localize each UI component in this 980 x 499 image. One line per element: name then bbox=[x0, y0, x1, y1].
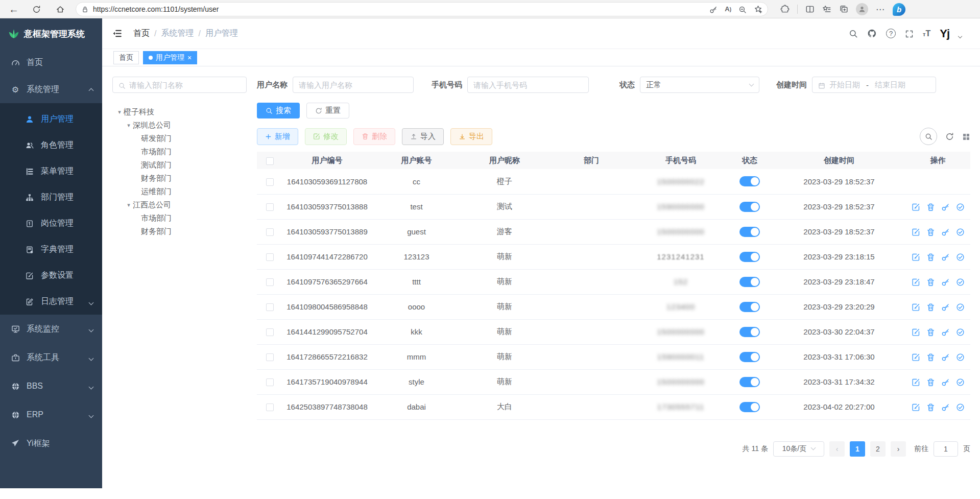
add-button[interactable]: 新增 bbox=[257, 128, 298, 145]
table-row[interactable]: 1641030593775013889 guest 游客 1500000000 … bbox=[257, 219, 970, 244]
sidebar-item-param-settings[interactable]: 参数设置 bbox=[0, 263, 102, 289]
status-toggle[interactable] bbox=[739, 327, 760, 337]
sidebar-item-yi-framework[interactable]: Yi框架 bbox=[0, 429, 102, 458]
home-icon[interactable] bbox=[53, 2, 68, 17]
edit-button[interactable]: 修改 bbox=[305, 128, 347, 145]
page-button-2[interactable]: 2 bbox=[870, 441, 886, 457]
row-checkbox[interactable] bbox=[266, 178, 274, 186]
status-toggle[interactable] bbox=[739, 352, 760, 362]
row-assign-role-icon[interactable] bbox=[956, 303, 965, 312]
help-icon[interactable]: ? bbox=[886, 29, 896, 38]
row-checkbox[interactable] bbox=[266, 403, 274, 411]
row-reset-password-icon[interactable] bbox=[941, 378, 950, 387]
fullscreen-icon[interactable] bbox=[905, 29, 914, 38]
tree-node-dept[interactable]: 研发部门 bbox=[112, 132, 247, 145]
export-button[interactable]: 导出 bbox=[450, 128, 492, 145]
sidebar-item-role-mgmt[interactable]: 角色管理 bbox=[0, 132, 102, 158]
breadcrumb-item[interactable]: 首页 bbox=[133, 28, 150, 39]
row-assign-role-icon[interactable] bbox=[956, 403, 965, 412]
tree-node-dept[interactable]: 财务部门 bbox=[112, 172, 247, 185]
table-row[interactable]: 1642503897748738048 dabai 大白 1730555711 … bbox=[257, 394, 970, 419]
table-row[interactable]: 1641097441472286720 123123 萌新 1231241231… bbox=[257, 244, 970, 269]
status-toggle[interactable] bbox=[739, 377, 760, 387]
tree-node-dept[interactable]: 运维部门 bbox=[112, 185, 247, 198]
row-reset-password-icon[interactable] bbox=[941, 303, 950, 312]
row-reset-password-icon[interactable] bbox=[941, 403, 950, 412]
row-assign-role-icon[interactable] bbox=[956, 378, 965, 387]
tree-node-dept[interactable]: 财务部门 bbox=[112, 225, 247, 238]
sidebar-item-dict-mgmt[interactable]: 字典管理 bbox=[0, 236, 102, 263]
text-size-icon[interactable]: тT bbox=[923, 29, 930, 38]
date-range-picker[interactable]: 开始日期 - 结束日期 bbox=[812, 77, 936, 93]
toggle-search-button[interactable] bbox=[920, 128, 937, 145]
dept-search-input[interactable] bbox=[129, 81, 241, 89]
sidebar-item-system-mgmt[interactable]: ⚙ 系统管理 bbox=[0, 76, 102, 103]
row-delete-icon[interactable] bbox=[926, 253, 935, 262]
row-edit-icon[interactable] bbox=[912, 203, 920, 211]
table-row[interactable]: 1641030593691127808 cc 橙子 1500000022 202… bbox=[257, 169, 970, 194]
extensions-icon[interactable] bbox=[780, 5, 790, 14]
github-icon[interactable] bbox=[867, 29, 877, 38]
row-edit-icon[interactable] bbox=[912, 303, 920, 312]
refresh-table-icon[interactable] bbox=[945, 132, 954, 141]
status-toggle[interactable] bbox=[739, 277, 760, 287]
row-reset-password-icon[interactable] bbox=[941, 353, 950, 362]
row-reset-password-icon[interactable] bbox=[941, 278, 950, 287]
bing-icon[interactable]: b bbox=[893, 3, 905, 16]
row-reset-password-icon[interactable] bbox=[941, 203, 950, 211]
row-checkbox[interactable] bbox=[266, 378, 274, 386]
row-edit-icon[interactable] bbox=[912, 353, 920, 362]
row-checkbox[interactable] bbox=[266, 353, 274, 361]
sidebar-item-system-monitor[interactable]: 系统监控 bbox=[0, 315, 102, 343]
row-assign-role-icon[interactable] bbox=[956, 228, 965, 236]
row-reset-password-icon[interactable] bbox=[941, 228, 950, 236]
next-page-button[interactable]: › bbox=[891, 441, 906, 457]
user-avatar[interactable]: Yj bbox=[940, 27, 949, 40]
tree-node-dept[interactable]: 市场部门 bbox=[112, 211, 247, 225]
row-delete-icon[interactable] bbox=[926, 403, 935, 412]
row-checkbox[interactable] bbox=[266, 228, 274, 236]
delete-button[interactable]: 删除 bbox=[353, 128, 395, 145]
sidebar-item-system-tools[interactable]: 系统工具 bbox=[0, 343, 102, 372]
row-checkbox[interactable] bbox=[266, 328, 274, 336]
tag-home[interactable]: 首页 bbox=[113, 51, 139, 64]
sidebar-item-dept-mgmt[interactable]: 部门管理 bbox=[0, 184, 102, 210]
tree-node-branch[interactable]: ▾深圳总公司 bbox=[112, 118, 247, 132]
sidebar-item-bbs[interactable]: BBS bbox=[0, 372, 102, 400]
row-delete-icon[interactable] bbox=[926, 228, 935, 236]
row-assign-role-icon[interactable] bbox=[956, 253, 965, 262]
caret-down-icon[interactable]: ▾ bbox=[125, 122, 133, 129]
status-select[interactable]: 正常 bbox=[640, 77, 759, 93]
row-reset-password-icon[interactable] bbox=[941, 328, 950, 337]
caret-down-icon[interactable]: ▾ bbox=[115, 109, 124, 115]
import-button[interactable]: 导入 bbox=[402, 128, 444, 145]
split-screen-icon[interactable] bbox=[805, 5, 815, 14]
status-toggle[interactable] bbox=[739, 227, 760, 237]
row-checkbox[interactable] bbox=[266, 278, 274, 286]
avatar-caret-icon[interactable] bbox=[958, 34, 962, 38]
zoom-out-icon[interactable] bbox=[738, 5, 747, 14]
sidebar-item-log-mgmt[interactable]: 日志管理 bbox=[0, 289, 102, 315]
row-edit-icon[interactable] bbox=[912, 253, 920, 262]
table-row[interactable]: 1641097576365297664 tttt 萌新 152 2023-03-… bbox=[257, 269, 970, 294]
sidebar-fold-icon[interactable] bbox=[112, 29, 122, 38]
read-aloud-icon[interactable]: A) bbox=[725, 5, 731, 13]
collections-icon[interactable] bbox=[839, 5, 848, 14]
reset-button[interactable]: 重置 bbox=[306, 103, 349, 118]
row-checkbox[interactable] bbox=[266, 203, 274, 211]
table-row[interactable]: 1641728665572216832 mmm 萌新 1590000011 20… bbox=[257, 344, 970, 369]
prev-page-button[interactable]: ‹ bbox=[829, 441, 845, 457]
sidebar-item-user-mgmt[interactable]: 用户管理 bbox=[0, 106, 102, 132]
page-button-1[interactable]: 1 bbox=[850, 441, 865, 457]
status-toggle[interactable] bbox=[739, 202, 760, 212]
row-assign-role-icon[interactable] bbox=[956, 328, 965, 337]
sidebar-item-post-mgmt[interactable]: 岗位管理 bbox=[0, 210, 102, 236]
row-checkbox[interactable] bbox=[266, 303, 274, 311]
row-edit-icon[interactable] bbox=[912, 278, 920, 287]
sidebar-item-home[interactable]: 首页 bbox=[0, 49, 102, 76]
tree-node-company[interactable]: ▾橙子科技 bbox=[112, 105, 247, 118]
status-toggle[interactable] bbox=[739, 252, 760, 262]
username-input[interactable] bbox=[299, 81, 408, 89]
column-settings-icon[interactable] bbox=[962, 132, 970, 141]
browser-profile-avatar[interactable] bbox=[856, 3, 868, 15]
